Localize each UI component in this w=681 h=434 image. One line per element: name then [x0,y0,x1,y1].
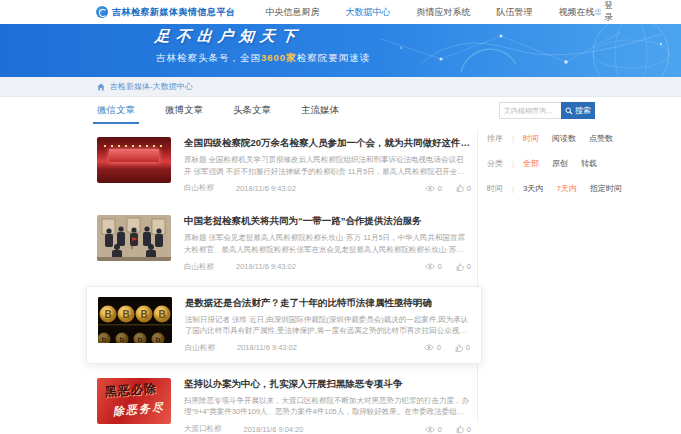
eye-icon [424,344,434,351]
sort-option-time[interactable]: 时间 [523,133,539,144]
article-summary: 原标题 全国检察机关学习贯彻修改后人民检察院组织法和刑事诉讼法电视电话会议召开 … [184,154,471,177]
article-row-1[interactable]: 全国四级检察院20万余名检察人员参加一个会，就为共同做好这件大事儿！ 原标题 全… [97,126,471,204]
likes-count: 0 [467,425,471,434]
filter-label-category: 分类 [487,158,503,169]
article-source: 白山检察 [185,343,215,353]
nav-item-opinion-response[interactable]: 舆情应对系统 [417,6,471,19]
article-list: 全国四级检察院20万余名检察人员参加一个会，就为共同做好这件大事儿！ 原标题 全… [97,126,471,434]
filter-panel: 排序 | 时间 阅读数 点赞数 分类 | 全部 原创 转载 时间 | 3天内 7… [487,133,622,208]
article-row-4[interactable]: 黑恶必除 除恶务尽 坚持以办案为中心，扎实深入开展扫黑除恶专项斗争 扫黑除恶专项… [97,367,471,434]
banner-calligraphy-line1: 黑恶必除 [104,380,157,401]
article-meta: 白山检察 2018/11/6 9:43:02 0 0 [185,343,470,353]
svg-text:b: b [138,335,143,343]
views-count: 0 [438,262,442,271]
sort-option-reads[interactable]: 阅读数 [552,133,576,144]
svg-text:b: b [156,335,161,343]
top-navbar: 吉林检察新媒体舆情信息平台 中央信息厨房 大数据中心 舆情应对系统 队伍管理 视… [0,0,681,24]
banner-sub-suffix: 检察院要闻速读 [297,52,371,63]
page: 吉林检察新媒体舆情信息平台 中央信息厨房 大数据中心 舆情应对系统 队伍管理 视… [0,0,681,434]
category-option-all[interactable]: 全部 [523,158,539,169]
filter-separator: | [512,184,514,193]
svg-text:B: B [104,309,111,320]
article-source: 白山检察 [184,262,214,272]
filter-label-sort: 排序 [487,133,503,144]
article-row-2[interactable]: 中国老挝检察机关将共同为“一带一路”合作提供法治服务 原标题 张军会见老挝最高人… [97,204,471,282]
breadcrumb-text[interactable]: 吉检新媒体-大数据中心 [110,81,193,92]
likes-stat: 0 [456,262,471,271]
search-bar: 搜索 [499,102,595,119]
nav-item-video-online[interactable]: 视频在线 [559,6,595,19]
article-thumbnail-bitcoin: B B B B b b b b [98,297,172,343]
sort-option-likes[interactable]: 点赞数 [589,133,613,144]
search-button-label: 搜索 [575,105,591,116]
views-stat: 0 [425,184,442,193]
banner-sub-prefix: 吉林检察头条号，全国 [156,52,261,63]
svg-text:B: B [122,309,129,320]
search-button[interactable]: 搜索 [561,102,595,119]
magnifier-icon [565,107,573,115]
banner-calligraphy-line2: 除恶务尽 [112,400,165,419]
article-time: 2018/11/6 9:04:20 [244,425,304,434]
svg-text:B: B [140,309,147,320]
eye-icon [425,185,435,192]
search-input[interactable] [499,102,561,119]
article-meta: 白山检察 2018/11/6 9:43:02 0 0 [184,183,471,193]
article-title[interactable]: 是数据还是合法财产？走了十年的比特币法律属性亟待明确 [185,297,470,310]
nav-item-big-data-center[interactable]: 大数据中心 [346,6,391,19]
filter-row-category: 分类 | 全部 原创 转载 [487,158,622,169]
likes-count: 0 [467,184,471,193]
article-summary: 扫黑除恶专项斗争开展以来，大渡口区检察院不断加大对黑恶势力犯罪的打击力度，办理“… [184,395,471,418]
banner-subline: 吉林检察头条号，全国3600家检察院要闻速读 [156,52,370,65]
views-count: 0 [437,343,441,352]
views-stat: 0 [425,425,442,434]
article-thumbnail-group-photo [97,215,171,261]
tab-mainstream-media[interactable]: 主流媒体 [301,104,339,124]
article-summary: 法制日报记者 张维 近日,由深圳国际仲裁院(深圳仲裁委员会)裁决的一起案件,因为… [185,314,470,337]
tab-weibo-articles[interactable]: 微博文章 [165,104,203,124]
views-count: 0 [438,184,442,193]
article-time: 2018/11/6 9:43:02 [236,262,296,271]
article-meta: 大渡口检察 2018/11/6 9:04:20 0 0 [184,424,471,434]
hero-banner[interactable]: 足不出户知天下 吉林检察头条号，全国3600家检察院要闻速读 [0,24,681,77]
category-option-repost[interactable]: 转载 [581,158,597,169]
home-icon [97,83,105,91]
article-title[interactable]: 全国四级检察院20万余名检察人员参加一个会，就为共同做好这件大事儿！ [184,137,471,150]
nav-item-central-kitchen[interactable]: 中央信息厨房 [266,6,320,19]
article-title[interactable]: 中国老挝检察机关将共同为“一带一路”合作提供法治服务 [184,215,471,228]
article-summary: 原标题 张军会见老挝最高人民检察院检察长坎山·苏万 11月5日，中华人民共和国首… [184,232,471,255]
login-label: 登录 [604,0,616,24]
logo-title: 吉林检察新媒体舆情信息平台 [112,6,236,19]
article-source: 白山检察 [184,183,214,193]
likes-count: 0 [466,343,470,352]
time-option-custom[interactable]: 指定时间 [590,183,622,194]
article-meta: 白山检察 2018/11/6 9:43:02 0 0 [184,262,471,272]
filter-row-time: 时间 | 3天内 7天内 指定时间 [487,183,622,194]
nav-item-team-management[interactable]: 队伍管理 [497,6,533,19]
filter-separator: | [512,159,514,168]
login-button[interactable]: 登录 [595,0,617,24]
article-source: 大渡口检察 [184,424,222,434]
thumbs-up-icon [456,184,464,192]
likes-stat: 0 [456,425,471,434]
article-title[interactable]: 坚持以办案为中心，扎实深入开展扫黑除恶专项斗争 [184,378,471,391]
article-time: 2018/11/6 9:43:02 [237,343,297,352]
banner-sub-highlight: 3600家 [261,52,297,63]
svg-text:b: b [102,335,107,343]
tab-toutiao-articles[interactable]: 头条文章 [233,104,271,124]
tab-wechat-articles[interactable]: 微信文章 [97,104,135,124]
views-stat: 0 [425,262,442,271]
article-row-3[interactable]: B B B B b b b b 是数据还是合法财产？走了十年的比特币法律属性亟待… [86,286,482,364]
article-tabs: 微信文章 微博文章 头条文章 主流媒体 [97,104,339,124]
filter-row-sort: 排序 | 时间 阅读数 点赞数 [487,133,622,144]
time-option-3days[interactable]: 3天内 [523,183,543,194]
article-thumbnail-anti-crime-banner: 黑恶必除 除恶务尽 [97,378,171,424]
category-option-original[interactable]: 原创 [552,158,568,169]
svg-text:B: B [158,309,165,320]
bitcoin-coins-graphic: B B B B b b b b [98,297,172,343]
eye-icon [425,426,435,433]
likes-stat: 0 [456,184,471,193]
likes-count: 0 [467,262,471,271]
logo-icon [96,6,108,18]
platform-logo[interactable]: 吉林检察新媒体舆情信息平台 [96,6,236,19]
time-option-7days[interactable]: 7天内 [557,183,577,194]
